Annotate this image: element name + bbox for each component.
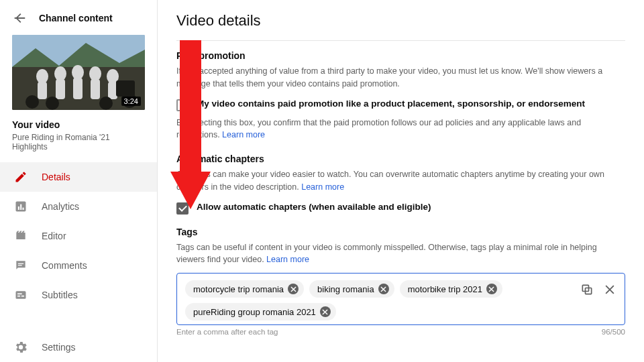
section-description: If you accepted anything of value from a… — [176, 65, 625, 90]
tags-footer: Enter a comma after each tag 96/500 — [176, 328, 625, 336]
tags-section: Tags Tags can be useful if content in yo… — [176, 227, 625, 337]
section-heading: Automatic chapters — [176, 154, 625, 164]
paid-promotion-checkbox-row: My video contains paid promotion like a … — [176, 99, 625, 111]
svg-rect-20 — [20, 204, 21, 210]
tag-label: pureRiding group romania 2021 — [193, 307, 316, 317]
sidebar-item-label: Settings — [42, 342, 76, 353]
svg-rect-8 — [73, 78, 83, 99]
sidebar-item-analytics[interactable]: Analytics — [0, 192, 157, 221]
svg-rect-24 — [16, 291, 26, 299]
svg-point-5 — [54, 66, 66, 81]
section-heading: Tags — [176, 227, 625, 237]
sidebar-title: Channel content — [39, 13, 113, 23]
video-thumbnail-wrap: 3:24 — [0, 35, 157, 110]
tags-input-box[interactable]: motorcycle trip romaniabiking romaniamot… — [176, 273, 625, 325]
back-arrow-button[interactable] — [12, 11, 27, 25]
tag-chip[interactable]: biking romania — [309, 280, 394, 298]
tags-helper-text: Enter a comma after each tag — [176, 328, 278, 336]
sidebar-item-label: Comments — [42, 260, 87, 271]
main-content: Video details Paid promotion If you acce… — [158, 0, 644, 362]
checkbox-label: My video contains paid promotion like a … — [197, 99, 585, 109]
paid-promotion-checkbox[interactable] — [176, 99, 189, 111]
arrow-left-icon — [12, 11, 27, 25]
svg-rect-4 — [38, 82, 47, 99]
chapters-checkbox[interactable] — [176, 202, 189, 215]
svg-point-13 — [25, 95, 39, 109]
desc-text: Tags can be useful if content in your vi… — [176, 243, 597, 265]
tag-label: biking romania — [317, 284, 374, 294]
tags-row: motorcycle trip romaniabiking romaniamot… — [185, 280, 616, 320]
page-title: Video details — [176, 12, 625, 29]
sidebar-item-settings[interactable]: Settings — [0, 333, 157, 362]
svg-point-15 — [99, 97, 113, 110]
svg-rect-25 — [17, 296, 20, 297]
clapper-icon — [13, 229, 28, 243]
sidebar-header: Channel content — [0, 0, 157, 35]
tag-chip[interactable]: pureRiding group romania 2021 — [185, 303, 336, 320]
tag-chip[interactable]: motorbike trip 2021 — [400, 280, 502, 298]
sidebar-item-label: Subtitles — [42, 290, 78, 300]
tags-counter: 96/500 — [602, 328, 625, 336]
video-thumbnail[interactable]: 3:24 — [12, 35, 145, 110]
clear-tags-button[interactable] — [602, 282, 618, 298]
svg-point-14 — [46, 97, 59, 110]
pencil-icon — [13, 170, 28, 184]
svg-rect-26 — [21, 296, 24, 297]
sidebar-item-comments[interactable]: Comments — [0, 251, 157, 280]
sidebar-item-label: Editor — [42, 231, 66, 241]
svg-point-3 — [36, 69, 48, 84]
tag-chip[interactable]: motorcycle trip romania — [185, 280, 304, 298]
tag-label: motorcycle trip romania — [193, 284, 284, 294]
sidebar-nav: Details Analytics Editor Comments Subtit… — [0, 162, 157, 310]
remove-tag-icon[interactable] — [320, 306, 331, 317]
svg-rect-21 — [23, 208, 24, 210]
svg-rect-10 — [91, 79, 100, 99]
automatic-chapters-section: Automatic chapters Chapters can make you… — [176, 154, 625, 215]
sidebar-item-label: Analytics — [42, 201, 79, 212]
section-description: Chapters can make your video easier to w… — [176, 168, 625, 194]
copy-tags-button[interactable] — [579, 282, 595, 298]
svg-point-7 — [72, 65, 84, 80]
sidebar-item-details[interactable]: Details — [0, 162, 157, 192]
video-meta: Your video Pure Riding in Romania '21 Hi… — [0, 110, 157, 158]
section-description: Tags can be useful if content in your vi… — [176, 241, 625, 267]
paid-promotion-section: Paid promotion If you accepted anything … — [176, 50, 625, 141]
subtitles-icon — [13, 288, 28, 302]
svg-rect-17 — [116, 80, 135, 97]
checkbox-label: Allow automatic chapters (when available… — [197, 202, 431, 212]
svg-rect-23 — [18, 265, 22, 265]
svg-rect-6 — [56, 79, 65, 99]
tags-actions — [579, 282, 618, 298]
sidebar-item-subtitles[interactable]: Subtitles — [0, 280, 157, 310]
video-duration-badge: 3:24 — [121, 97, 141, 106]
learn-more-link[interactable]: Learn more — [301, 182, 344, 192]
remove-tag-icon[interactable] — [486, 284, 497, 294]
paid-promotion-note: By selecting this box, you confirm that … — [176, 117, 625, 142]
desc-text: Chapters can make your video easier to w… — [176, 170, 604, 192]
svg-rect-19 — [18, 206, 19, 210]
svg-rect-22 — [18, 263, 23, 264]
chapters-checkbox-row: Allow automatic chapters (when available… — [176, 202, 625, 215]
learn-more-link[interactable]: Learn more — [222, 130, 265, 139]
gear-icon — [13, 340, 28, 355]
remove-tag-icon[interactable] — [378, 284, 389, 294]
svg-rect-12 — [108, 82, 117, 99]
svg-rect-27 — [17, 294, 22, 295]
remove-tag-icon[interactable] — [288, 284, 299, 294]
section-heading: Paid promotion — [176, 50, 625, 61]
tag-label: motorbike trip 2021 — [408, 284, 482, 294]
sidebar-item-label: Details — [42, 172, 70, 182]
sidebar: Channel content 3 — [0, 0, 158, 362]
sidebar-item-editor[interactable]: Editor — [0, 221, 157, 251]
divider — [176, 40, 625, 41]
svg-point-9 — [89, 66, 101, 81]
your-video-label: Your video — [12, 119, 145, 130]
bar-chart-icon — [13, 199, 28, 214]
learn-more-link[interactable]: Learn more — [266, 255, 309, 264]
comment-icon — [13, 258, 28, 273]
video-title-text: Pure Riding in Romania '21 Highlights — [12, 133, 145, 152]
